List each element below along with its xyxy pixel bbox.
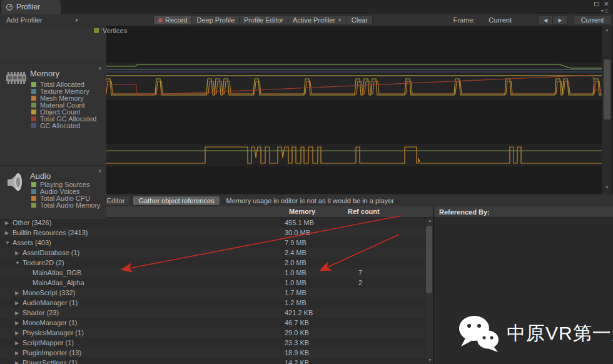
foldout-triangle-icon[interactable]: ▶: [15, 340, 23, 346]
profiler-icon: [6, 3, 13, 11]
table-row[interactable]: ▼Texture2D (2)2.0 MB: [0, 258, 425, 268]
charts-scrollbar[interactable]: ▲ ▼: [602, 26, 612, 194]
row-name: AssetDatabase (1): [23, 249, 79, 256]
legend-color-swatch: [31, 109, 36, 114]
foldout-triangle-icon[interactable]: ▼: [15, 260, 23, 266]
toolbar: Add Profiler ▼ Record Deep Profile Profi…: [0, 14, 613, 26]
gather-object-references-toggle[interactable]: Gather object references: [133, 196, 220, 206]
legend-item[interactable]: Audio Voices: [31, 188, 101, 195]
scroll-up-icon[interactable]: ▲: [602, 28, 612, 32]
foldout-triangle-icon[interactable]: ▶: [15, 300, 23, 306]
table-scrollbar[interactable]: ▲ ▼: [425, 218, 433, 364]
clear-button[interactable]: Clear: [347, 15, 373, 25]
table-row[interactable]: ▶Other (3426)455.1 MB: [0, 218, 425, 228]
row-memory: 1.2 MB: [285, 299, 306, 306]
deep-profile-button[interactable]: Deep Profile: [192, 15, 240, 25]
table-row[interactable]: ▶PluginImporter (13)18.9 KB: [0, 348, 425, 358]
add-profiler-dropdown[interactable]: Add Profiler ▼: [3, 15, 83, 25]
legend-color-swatch: [31, 116, 36, 121]
table-rows: ▶Other (3426)455.1 MB▶Builtin Resources …: [0, 218, 425, 364]
foldout-triangle-icon[interactable]: ▶: [15, 330, 23, 336]
column-header-memory[interactable]: Memory: [289, 208, 315, 215]
legend-color-swatch: [31, 189, 36, 194]
foldout-triangle-icon[interactable]: ▼: [5, 240, 13, 246]
table-row[interactable]: MainAtlas_Alpha1.0 MB2: [0, 278, 425, 288]
legend-color-swatch: [31, 103, 36, 108]
row-memory: 1.7 MB: [285, 289, 306, 296]
table-row[interactable]: MainAtlas_RGB1.0 MB7: [0, 268, 425, 278]
chart-plot-area[interactable]: [106, 26, 602, 194]
foldout-triangle-icon[interactable]: ▶: [15, 290, 23, 296]
row-name: MonoManager (1): [23, 319, 77, 326]
legend-item[interactable]: Mesh Memory: [31, 94, 97, 101]
foldout-triangle-icon[interactable]: ▶: [15, 350, 23, 356]
legend-item[interactable]: Object Count: [31, 108, 97, 115]
audio-legend-panel: × Audio Playing SourcesAudio VoicesTotal…: [0, 165, 106, 219]
legend-item-vertices[interactable]: Vertices: [94, 27, 127, 34]
scroll-down-icon[interactable]: ▼: [602, 185, 612, 190]
legend-color-swatch: [31, 89, 36, 94]
legend-color-swatch: [31, 196, 36, 201]
table-row[interactable]: ▶AudioManager (1)1.2 MB: [0, 298, 425, 308]
table-row[interactable]: ▶MonoScript (332)1.7 MB: [0, 288, 425, 298]
close-audio-panel-icon[interactable]: ×: [98, 167, 102, 174]
legend-item[interactable]: Texture Memory: [31, 88, 97, 94]
legend-color-swatch: [31, 96, 36, 101]
next-frame-button[interactable]: ▶: [553, 15, 568, 25]
legend-item[interactable]: Total Audio CPU: [31, 195, 101, 201]
table-row[interactable]: ▶Builtin Resources (2413)30.0 MB: [0, 228, 425, 238]
legend-item[interactable]: Total Allocated: [31, 81, 97, 88]
row-name: AudioManager (1): [23, 299, 78, 306]
legend-item[interactable]: GC Allocated: [31, 122, 97, 129]
row-memory: 1.0 MB: [285, 269, 306, 276]
audio-panel-title: Audio: [30, 171, 51, 181]
audio-chart[interactable]: [106, 139, 602, 193]
window-menu-icon[interactable]: ▾☰: [601, 8, 609, 14]
scrollbar-thumb[interactable]: [426, 226, 432, 293]
table-row[interactable]: ▶ScriptMapper (1)23.3 KB: [0, 338, 425, 348]
prev-frame-button[interactable]: ◀: [538, 15, 553, 25]
row-name: PluginImporter (13): [23, 349, 81, 356]
maximize-icon[interactable]: [594, 2, 599, 6]
table-row[interactable]: ▶MonoManager (1)46.7 KB: [0, 318, 425, 328]
memory-chart[interactable]: [106, 26, 602, 139]
row-memory: 18.9 KB: [285, 349, 309, 356]
foldout-triangle-icon[interactable]: ▶: [5, 230, 13, 236]
table-row[interactable]: ▶Shader (23)421.2 KB: [0, 308, 425, 318]
foldout-triangle-icon[interactable]: ▶: [15, 320, 23, 326]
foldout-triangle-icon[interactable]: ▶: [15, 310, 23, 316]
table-row[interactable]: ▶AssetDatabase (1)2.4 MB: [0, 248, 425, 258]
legend-color-swatch: [31, 82, 36, 87]
row-refcount: 2: [358, 279, 362, 286]
foldout-triangle-icon[interactable]: ▶: [15, 360, 23, 364]
legend-item[interactable]: Material Count: [31, 101, 97, 108]
tab-profiler[interactable]: Profiler: [1, 0, 61, 14]
row-memory: 7.9 MB: [285, 239, 306, 246]
active-profiler-dropdown[interactable]: Active Profiler ▼: [288, 15, 347, 25]
current-frame-button[interactable]: Current: [573, 15, 612, 25]
row-name: Builtin Resources (2413): [13, 229, 88, 236]
row-memory: 455.1 MB: [285, 219, 314, 226]
memory-legend-panel: × Memory: [0, 63, 106, 138]
profile-editor-button[interactable]: Profile Editor: [240, 15, 288, 25]
table-row[interactable]: ▼Assets (403)7.9 MB: [0, 238, 425, 248]
column-header-refcount[interactable]: Ref count: [348, 208, 380, 215]
row-name: Texture2D (2): [23, 259, 64, 266]
foldout-triangle-icon[interactable]: ▶: [5, 220, 13, 226]
legend-item[interactable]: Total Audio Memory: [31, 201, 101, 208]
legend-color-swatch: [31, 123, 36, 128]
close-memory-panel-icon[interactable]: ×: [98, 64, 102, 72]
row-name: PhysicsManager (1): [23, 329, 84, 336]
foldout-triangle-icon[interactable]: ▶: [15, 250, 23, 256]
table-row[interactable]: ▶PhysicsManager (1)29.0 KB: [0, 328, 425, 338]
table-row[interactable]: ▶PlayerSettings (1)14.2 KB: [0, 358, 425, 364]
row-name: Other (3426): [13, 219, 51, 226]
legend-item[interactable]: Total GC Allocated: [31, 115, 97, 122]
close-icon[interactable]: ✕: [604, 1, 609, 7]
scrollbar-thumb[interactable]: [604, 59, 610, 119]
memory-detail-table: Name Memory Ref count ▶Other (3426)455.1…: [0, 206, 433, 364]
memory-legend-items: Total AllocatedTexture MemoryMesh Memory…: [31, 81, 97, 129]
legend-item[interactable]: Playing Sources: [31, 181, 101, 188]
add-profiler-label: Add Profiler: [6, 16, 42, 24]
record-button[interactable]: Record: [153, 15, 192, 25]
